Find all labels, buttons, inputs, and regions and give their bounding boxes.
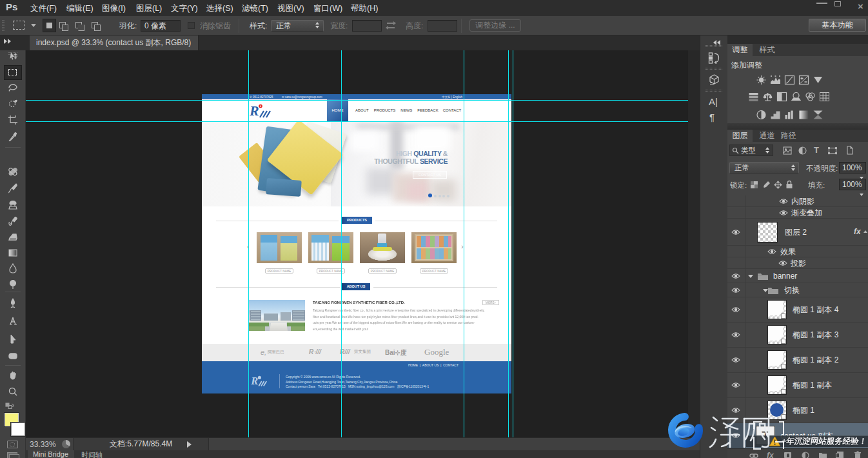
svg-text:R: R [250, 103, 259, 119]
svg-text:R: R [251, 375, 258, 387]
